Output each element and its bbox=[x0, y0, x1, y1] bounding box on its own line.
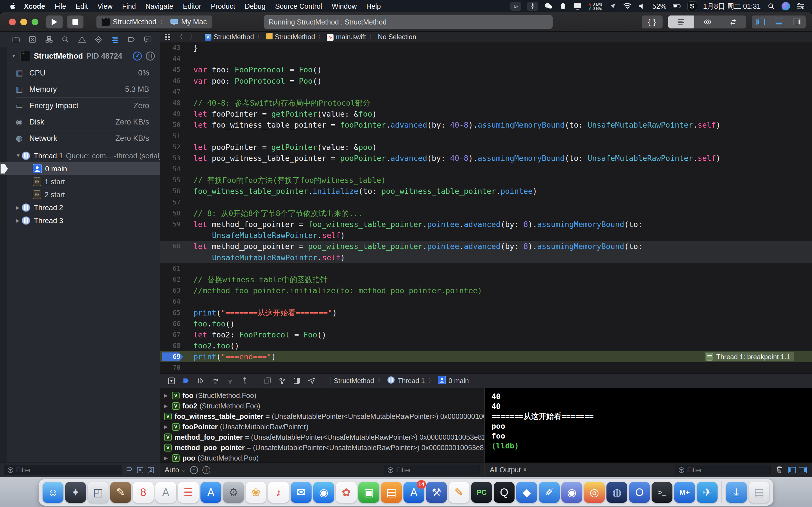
thread-row-thread-3[interactable]: ▶Thread 3 bbox=[0, 214, 160, 227]
debug-memory-graph-button[interactable] bbox=[276, 376, 289, 386]
dock-mweb-icon[interactable]: M+ bbox=[674, 482, 695, 503]
breakpoint-arrow-icon[interactable] bbox=[162, 352, 183, 361]
performance-gauge-icon[interactable] bbox=[133, 52, 142, 61]
variable-row-foo_witness_table_pointer[interactable]: Vfoo_witness_table_pointer= (UnsafeMutab… bbox=[160, 411, 485, 421]
menu-item-navigate[interactable]: Navigate bbox=[141, 0, 178, 12]
disclosure-triangle-icon[interactable]: ▶ bbox=[164, 455, 172, 461]
project-navigator-tab[interactable] bbox=[11, 35, 21, 44]
code-line-69[interactable]: 69print("===end===")Thread 1: breakpoint… bbox=[160, 351, 812, 362]
menu-item-view[interactable]: View bbox=[93, 0, 117, 12]
jumpbar-crumb-structmethod[interactable]: StructMethod bbox=[266, 33, 315, 41]
view-mode-icon[interactable] bbox=[146, 52, 155, 61]
jumpbar-crumb-main.swift[interactable]: ∿main.swift bbox=[327, 33, 366, 41]
dock-finder-icon[interactable]: ☺ bbox=[43, 482, 63, 503]
debugbar-crumb-0-main[interactable]: 0 main bbox=[438, 376, 469, 386]
stack-frame-2-start[interactable]: ⚙2 start bbox=[0, 188, 160, 201]
network-speed-monitor[interactable]: ∧ 0 B/s ∨ 0 B/s bbox=[588, 2, 602, 10]
dock-textedit-icon[interactable]: A bbox=[155, 482, 176, 503]
toggle-navigator-button[interactable] bbox=[752, 15, 770, 29]
dock-photo-booth-icon[interactable]: ✿ bbox=[336, 482, 357, 503]
menu-item-product[interactable]: Product bbox=[206, 0, 240, 12]
code-line-64[interactable]: 64 bbox=[160, 296, 812, 307]
jumpbar-crumb-no-selection[interactable]: No Selection bbox=[378, 33, 416, 41]
gauge-row-memory[interactable]: ▥Memory5.3 MB bbox=[0, 81, 160, 98]
code-line-46[interactable]: 46var poo: PooProtocol = Poo() bbox=[160, 75, 812, 87]
variable-row-method_foo_pointer[interactable]: Vmethod_foo_pointer= (UnsafeMutablePoint… bbox=[160, 432, 485, 443]
dock-xcode-icon[interactable]: ⚒ bbox=[426, 482, 447, 503]
gauge-row-energy[interactable]: ▭Energy ImpactZero bbox=[0, 98, 160, 114]
menu-item-edit[interactable]: Edit bbox=[71, 0, 93, 12]
test-navigator-tab[interactable] bbox=[94, 35, 103, 44]
console-output[interactable]: 4040=======从这开始看=======poofoo(lldb) bbox=[485, 388, 812, 462]
dock-sketch-icon[interactable]: ◆ bbox=[516, 482, 537, 503]
stack-frame-0-main[interactable]: 0 main bbox=[0, 162, 160, 175]
code-line-51[interactable]: 51 bbox=[160, 131, 812, 142]
dock-facetime-icon[interactable]: ▣ bbox=[358, 482, 379, 503]
debug-view-hierarchy-button[interactable] bbox=[261, 376, 274, 386]
dock-journal-icon[interactable]: ✎ bbox=[110, 482, 131, 503]
code-line-70[interactable]: 70 bbox=[160, 362, 812, 373]
related-items-icon[interactable] bbox=[164, 34, 171, 40]
code-line-54[interactable]: 54 bbox=[160, 164, 812, 175]
variable-row-foo[interactable]: ▶Vfoo(StructMethod.Foo) bbox=[160, 390, 485, 401]
variables-view[interactable]: ▶Vfoo(StructMethod.Foo)▶Vfoo2(StructMeth… bbox=[160, 388, 485, 462]
variable-row-foo2[interactable]: ▶Vfoo2(StructMethod.Foo) bbox=[160, 401, 485, 411]
menu-item-debug[interactable]: Debug bbox=[240, 0, 270, 12]
code-line-63[interactable]: 63//method_foo_pointer.initialize(to: me… bbox=[160, 285, 812, 296]
code-line-58[interactable]: 58// 8: 从0开始8个字节8个字节依次试出来的... bbox=[160, 208, 812, 219]
stop-button[interactable] bbox=[67, 15, 84, 29]
debug-navigator-tab[interactable] bbox=[110, 35, 119, 44]
dock-telegram-icon[interactable]: ✈ bbox=[697, 482, 718, 503]
version-editor-button[interactable] bbox=[720, 15, 746, 29]
dock-qq-icon[interactable]: Q bbox=[494, 482, 515, 503]
code-line-50[interactable]: 50let foo_witness_table_pointer = fooPoi… bbox=[160, 119, 812, 130]
step-over-button[interactable] bbox=[209, 376, 221, 386]
issue-navigator-tab[interactable] bbox=[77, 35, 87, 44]
process-row[interactable]: ▼ StructMethod PID 48724 bbox=[0, 47, 160, 65]
disclosure-triangle-icon[interactable]: ▶ bbox=[164, 424, 172, 430]
wifi-icon[interactable] bbox=[623, 3, 631, 10]
console-scope-popup[interactable]: All Output⇳ bbox=[490, 466, 527, 474]
code-line-57[interactable]: 57 bbox=[160, 197, 812, 208]
code-line-44[interactable]: 44 bbox=[160, 53, 812, 64]
filter-flag-icon[interactable] bbox=[125, 466, 133, 474]
run-button[interactable] bbox=[46, 15, 63, 29]
sogou-s-icon[interactable]: S bbox=[688, 1, 697, 11]
code-line-67[interactable]: 67let foo2: FooProtocol = Foo() bbox=[160, 329, 812, 340]
step-out-button[interactable] bbox=[239, 376, 251, 386]
hide-debug-area-button[interactable] bbox=[165, 376, 177, 386]
dock-app-store-updates-icon[interactable]: A14 bbox=[403, 482, 424, 503]
breakpoint-hit-badge[interactable]: Thread 1: breakpoint 1.1 bbox=[705, 352, 794, 361]
flat-list-icon[interactable] bbox=[190, 466, 198, 474]
disclosure-triangle-icon[interactable]: ▶ bbox=[164, 393, 172, 399]
code-line-68[interactable]: 68foo2.foo() bbox=[160, 340, 812, 351]
debugbar-crumb-structmethod[interactable]: StructMethod bbox=[331, 377, 374, 385]
code-line-wrap[interactable]: UnsafeMutableRawPointer.self) bbox=[160, 252, 812, 263]
code-line-60[interactable]: 60let method_poo_pointer = poo_witness_t… bbox=[160, 241, 812, 252]
disclosure-triangle-icon[interactable]: ▼ bbox=[16, 153, 21, 159]
code-line-43[interactable]: 43} bbox=[160, 42, 812, 53]
display-icon[interactable] bbox=[573, 3, 582, 10]
variable-row-method_poo_pointer[interactable]: Vmethod_poo_pointer= (UnsafeMutablePoint… bbox=[160, 443, 485, 453]
symbol-navigator-tab[interactable] bbox=[44, 35, 54, 44]
code-review-button[interactable]: { } bbox=[642, 15, 663, 29]
code-line-61[interactable]: 61 bbox=[160, 263, 812, 274]
code-line-48[interactable]: 48// 40-8: 参考Swift内存布局中的Protocol部分 bbox=[160, 98, 812, 108]
menu-item-source-control[interactable]: Source Control bbox=[270, 0, 327, 12]
code-line-62[interactable]: 62// 替换witness_table中的函数指针 bbox=[160, 274, 812, 285]
qq-icon[interactable] bbox=[559, 3, 567, 10]
dock-pycharm-icon[interactable]: PC bbox=[471, 482, 492, 503]
menu-item-find[interactable]: Find bbox=[117, 0, 141, 12]
spotlight-icon[interactable] bbox=[767, 3, 775, 10]
dock-safari-icon[interactable]: ◉ bbox=[313, 482, 334, 503]
jumpbar-crumb-structmethod[interactable]: AStructMethod bbox=[205, 33, 254, 41]
dock-chrome-icon[interactable]: ◎ bbox=[584, 482, 605, 503]
info-icon[interactable]: i bbox=[202, 466, 210, 474]
menu-item-xcode[interactable]: Xcode bbox=[19, 0, 50, 12]
toggle-inspector-button[interactable] bbox=[788, 15, 806, 29]
dock-books-icon[interactable]: ▤ bbox=[381, 482, 402, 503]
code-line-49[interactable]: 49let fooPointer = getPointer(value: &fo… bbox=[160, 108, 812, 119]
code-line-55[interactable]: 55// 替换Foo的foo方法(替换了foo的witness_table) bbox=[160, 175, 812, 186]
gauge-row-cpu[interactable]: ▦CPU0% bbox=[0, 65, 160, 81]
step-into-button[interactable] bbox=[224, 376, 236, 386]
